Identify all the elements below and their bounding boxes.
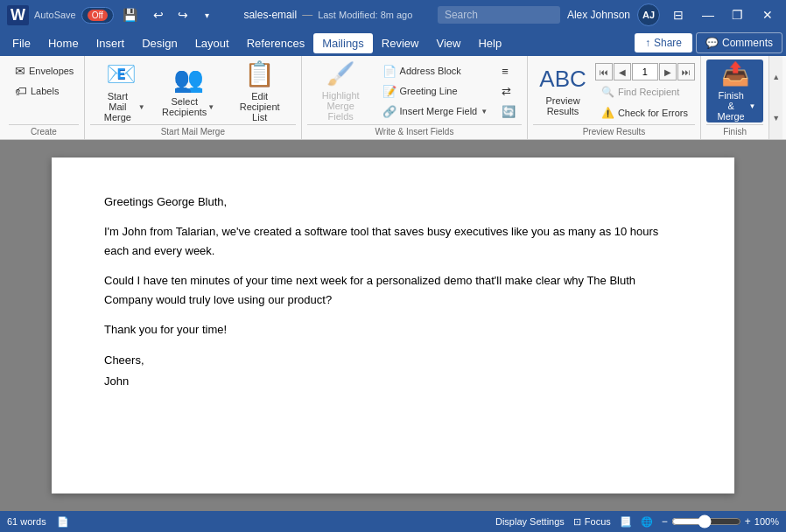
zoom-level: 100% xyxy=(754,516,779,527)
print-view-icon: 📃 xyxy=(620,516,632,528)
menu-bar: File Home Insert Design Layout Reference… xyxy=(0,30,786,56)
insert-merge-field-button[interactable]: 🔗 Insert Merge Field ▼ xyxy=(376,102,495,121)
restore-button[interactable]: ❐ xyxy=(726,4,749,26)
address-block-button[interactable]: 📄 Address Block xyxy=(376,61,495,80)
search-input[interactable] xyxy=(438,6,560,24)
menu-home[interactable]: Home xyxy=(39,33,88,53)
write-insert-fields-col: 📄 Address Block 📝 Greeting Line 🔗 Insert… xyxy=(376,60,495,121)
page-indicator[interactable]: 📄 xyxy=(57,516,69,528)
customize-button[interactable]: ▾ xyxy=(196,4,219,26)
menu-right: ↑ Share 💬 Comments xyxy=(635,32,782,53)
zoom-out-button[interactable]: − xyxy=(662,515,668,528)
file-name: sales-email xyxy=(243,9,297,21)
menu-view[interactable]: View xyxy=(427,33,469,53)
menu-layout[interactable]: Layout xyxy=(186,33,238,53)
title-bar-right: Alex Johnson AJ ⊟ — ❐ ✕ xyxy=(438,4,779,26)
create-group-label: Create xyxy=(9,124,79,139)
ribbon-scroll: ▲ ▼ xyxy=(768,56,782,139)
recipients-icon: 👥 xyxy=(173,65,204,94)
write-insert-label: Write & Insert Fields xyxy=(307,124,522,139)
mail-merge-icon: 📧 xyxy=(106,60,137,88)
next-record-button[interactable]: ▶ xyxy=(659,63,677,80)
para-signature: John xyxy=(104,372,682,391)
select-recipients-button[interactable]: 👥 SelectRecipients ▼ xyxy=(155,60,222,122)
autosave-toggle[interactable]: Off xyxy=(81,7,114,24)
menu-file[interactable]: File xyxy=(4,33,39,53)
labels-button[interactable]: 🏷 Labels xyxy=(9,81,65,101)
para-thanks: Thank you for your time! xyxy=(104,320,682,340)
title-bar-center: sales-email — Last Modified: 8m ago xyxy=(243,9,412,21)
user-name: Alex Johnson xyxy=(567,9,630,21)
layout-button[interactable]: ⊟ xyxy=(667,4,690,26)
preview-nav-col: ⏮ ◀ ▶ ⏭ 🔍 Find Recipient ⚠️ Check for Er… xyxy=(595,60,695,122)
ribbon-group-create: ✉ Envelopes 🏷 Labels Create xyxy=(4,56,85,139)
title-bar-left: W AutoSave Off 💾 ↩ ↪ ▾ xyxy=(7,4,219,26)
start-mail-merge-label: Start Mail Merge xyxy=(90,124,296,139)
highlight-merge-fields-button[interactable]: 🖌️ HighlightMerge Fields xyxy=(307,60,375,122)
preview-results-label: Preview Results xyxy=(533,124,695,139)
title-bar: W AutoSave Off 💾 ↩ ↪ ▾ sales-email — Las… xyxy=(0,0,786,30)
finish-merge-button[interactable]: 📤 Finish &Merge ▼ xyxy=(706,60,763,122)
last-record-button[interactable]: ⏭ xyxy=(677,63,695,80)
rules-button[interactable]: ≡ xyxy=(495,61,522,80)
highlight-icon: 🖌️ xyxy=(326,60,354,88)
web-view-icon: 🌐 xyxy=(641,516,653,528)
close-button[interactable]: ✕ xyxy=(756,4,779,26)
redo-button[interactable]: ↪ xyxy=(172,4,194,26)
word-count[interactable]: 61 words xyxy=(7,516,46,527)
menu-insert[interactable]: Insert xyxy=(88,33,134,53)
match-icon: ⇄ xyxy=(502,85,511,98)
ribbon: ✉ Envelopes 🏷 Labels Create 📧 Start Mail… xyxy=(0,56,786,140)
write-insert-extra-col: ≡ ⇄ 🔄 xyxy=(495,60,522,121)
rules-icon: ≡ xyxy=(502,65,509,78)
update-labels-button[interactable]: 🔄 xyxy=(495,102,522,121)
undo-button[interactable]: ↩ xyxy=(147,4,170,26)
zoom-in-button[interactable]: + xyxy=(745,515,751,528)
word-count-text: 61 words xyxy=(7,516,46,527)
word-icon: W xyxy=(7,5,29,25)
share-button[interactable]: ↑ Share xyxy=(635,33,692,52)
autosave-label: AutoSave xyxy=(34,10,76,20)
prev-record-button[interactable]: ◀ xyxy=(614,63,631,80)
menu-mailings[interactable]: Mailings xyxy=(313,33,373,53)
menu-review[interactable]: Review xyxy=(373,33,428,53)
save-button[interactable]: 💾 xyxy=(119,4,142,26)
comments-button[interactable]: 💬 Comments xyxy=(696,32,782,53)
focus-mode[interactable]: ⊡ Focus xyxy=(573,516,611,528)
status-bar: 61 words 📄 Display Settings ⊡ Focus 📃 🌐 … xyxy=(0,511,786,532)
display-settings[interactable]: Display Settings xyxy=(495,516,565,527)
finish-icon: 📤 xyxy=(721,60,749,88)
view-mode-web[interactable]: 🌐 xyxy=(641,516,653,528)
menu-references[interactable]: References xyxy=(238,33,313,53)
preview-results-button[interactable]: ABC PreviewResults xyxy=(533,60,593,122)
address-block-icon: 📄 xyxy=(382,65,397,78)
document-area[interactable]: Greetings George Bluth, I'm John from Ta… xyxy=(0,140,786,511)
page-icon: 📄 xyxy=(57,516,69,528)
first-record-button[interactable]: ⏮ xyxy=(595,63,613,80)
ribbon-scroll-down[interactable]: ▼ xyxy=(769,98,782,140)
ribbon-scroll-up[interactable]: ▲ xyxy=(769,56,782,98)
document-page: Greetings George Bluth, I'm John from Ta… xyxy=(52,158,734,494)
user-avatar[interactable]: AJ xyxy=(637,4,660,26)
envelope-icon: ✉ xyxy=(15,64,25,78)
greeting-line-icon: 📝 xyxy=(382,85,397,98)
start-mail-merge-button[interactable]: 📧 Start MailMerge ▼ xyxy=(90,60,153,122)
minimize-button[interactable]: — xyxy=(697,4,719,26)
display-settings-label: Display Settings xyxy=(495,516,565,527)
check-errors-button[interactable]: ⚠️ Check for Errors xyxy=(595,103,695,122)
match-fields-button[interactable]: ⇄ xyxy=(495,81,522,101)
greeting-line-button[interactable]: 📝 Greeting Line xyxy=(376,81,495,101)
find-recipient-button[interactable]: 🔍 Find Recipient xyxy=(595,82,695,102)
view-mode-print[interactable]: 📃 xyxy=(620,516,632,528)
zoom-slider[interactable] xyxy=(671,514,741,528)
menu-design[interactable]: Design xyxy=(133,33,186,53)
focus-icon: ⊡ xyxy=(573,516,581,528)
menu-help[interactable]: Help xyxy=(469,33,510,53)
ribbon-group-finish: 📤 Finish &Merge ▼ Finish xyxy=(701,56,768,139)
ribbon-group-preview-results: ABC PreviewResults ⏮ ◀ ▶ ⏭ 🔍 Find Recipi… xyxy=(528,56,701,139)
edit-recipient-list-button[interactable]: 📋 EditRecipient List xyxy=(224,60,296,122)
focus-label: Focus xyxy=(585,516,611,527)
find-icon: 🔍 xyxy=(601,86,614,98)
record-number-input[interactable] xyxy=(632,63,658,80)
envelopes-button[interactable]: ✉ Envelopes xyxy=(9,61,80,80)
